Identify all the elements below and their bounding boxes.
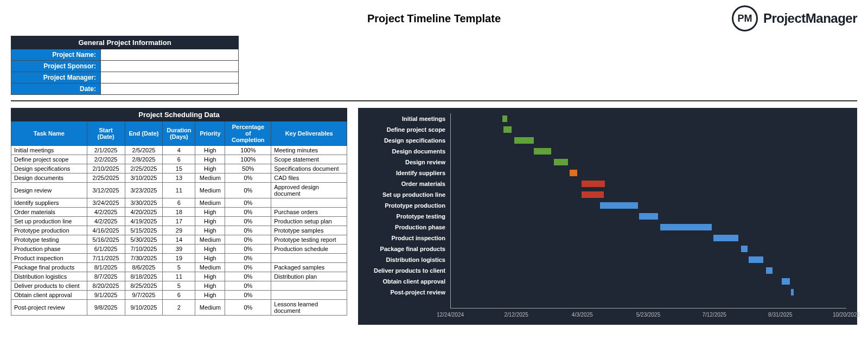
task-name-cell: Product inspection	[11, 254, 87, 263]
table-row[interactable]: Initial meetings2/1/20252/5/20254High100…	[11, 146, 347, 155]
gantt-xtick: 2/12/2025	[504, 312, 528, 318]
gantt-bar	[713, 235, 738, 241]
pct-cell: 0%	[225, 183, 271, 198]
start-date-cell: 8/1/2025	[87, 263, 125, 272]
task-name-cell: Package final products	[11, 263, 87, 272]
duration-cell: 19	[163, 254, 195, 263]
pct-cell: 0%	[225, 254, 271, 263]
duration-cell: 11	[163, 272, 195, 281]
start-date-cell: 5/16/2025	[87, 235, 125, 245]
start-date-cell: 3/24/2025	[87, 198, 125, 208]
task-name-cell: Production phase	[11, 245, 87, 254]
gantt-task-label: Set up production line	[359, 191, 445, 198]
deliverable-cell	[271, 254, 347, 263]
priority-cell: High	[195, 155, 225, 164]
pct-cell: 100%	[225, 155, 271, 164]
gantt-bar	[766, 267, 773, 274]
pct-cell: 0%	[225, 291, 271, 300]
table-row[interactable]: Order materials4/2/20254/20/202518High0%…	[11, 208, 347, 217]
pct-cell: 0%	[225, 300, 271, 316]
end-date-cell: 2/5/2025	[125, 146, 163, 155]
brand-logo-icon: PM	[732, 5, 758, 31]
gantt-xtick: 12/24/2024	[437, 312, 464, 318]
table-row[interactable]: Design specifications2/10/20252/25/20251…	[11, 164, 347, 174]
duration-cell: 6	[163, 198, 195, 208]
schedule-col-header: Duration (Days)	[163, 121, 195, 146]
table-row[interactable]: Prototype production4/16/20255/15/202529…	[11, 226, 347, 235]
start-date-cell: 8/7/2025	[87, 272, 125, 281]
table-row[interactable]: Distribution logistics8/7/20258/18/20251…	[11, 272, 347, 281]
info-value-cell[interactable]	[101, 83, 239, 95]
end-date-cell: 8/25/2025	[125, 281, 163, 291]
table-row[interactable]: Product inspection7/11/20257/30/202519Hi…	[11, 254, 347, 263]
gantt-bar	[582, 191, 604, 198]
start-date-cell: 4/2/2025	[87, 217, 125, 226]
table-row[interactable]: Design review3/12/20253/23/202511Medium0…	[11, 183, 347, 198]
priority-cell: Medium	[195, 174, 225, 183]
schedule-col-header: End (Date)	[125, 121, 163, 146]
section-divider	[11, 100, 857, 101]
gantt-bar	[600, 202, 638, 209]
pct-cell: 0%	[225, 235, 271, 245]
gantt-task-label: Design review	[359, 159, 445, 165]
info-value-cell[interactable]	[101, 49, 239, 61]
gantt-bar	[514, 137, 534, 144]
task-name-cell: Prototype testing	[11, 235, 87, 245]
start-date-cell: 6/1/2025	[87, 245, 125, 254]
priority-cell: Medium	[195, 263, 225, 272]
start-date-cell: 9/8/2025	[87, 300, 125, 316]
pct-cell: 0%	[225, 272, 271, 281]
table-row[interactable]: Identify suppliers3/24/20253/30/20256Med…	[11, 198, 347, 208]
gantt-xtick: 8/31/2025	[768, 312, 793, 318]
table-row[interactable]: Production phase6/1/20257/10/202539High0…	[11, 245, 347, 254]
gantt-task-label: Design specifications	[359, 137, 445, 144]
gantt-bar	[791, 289, 794, 295]
info-value-cell[interactable]	[101, 61, 239, 72]
end-date-cell: 9/7/2025	[125, 291, 163, 300]
table-row[interactable]: Set up production line4/2/20254/19/20251…	[11, 217, 347, 226]
table-row[interactable]: Define project scope2/2/20252/8/20256Hig…	[11, 155, 347, 164]
task-name-cell: Identify suppliers	[11, 198, 87, 208]
table-row[interactable]: Deliver products to client8/20/20258/25/…	[11, 281, 347, 291]
gantt-bar	[503, 126, 512, 133]
info-label: Project Sponsor:	[11, 61, 101, 72]
schedule-header: Project Scheduling Data	[11, 108, 347, 121]
gantt-task-label: Post-project review	[359, 289, 445, 295]
duration-cell: 4	[163, 146, 195, 155]
deliverable-cell: Production setup plan	[271, 217, 347, 226]
gantt-xtick: 7/12/2025	[702, 312, 726, 318]
priority-cell: Medium	[195, 235, 225, 245]
deliverable-cell: Specifications document	[271, 164, 347, 174]
brand-logo: PM ProjectManager	[732, 5, 857, 31]
start-date-cell: 9/1/2025	[87, 291, 125, 300]
gantt-task-label: Order materials	[359, 181, 445, 187]
deliverable-cell: Production schedule	[271, 245, 347, 254]
schedule-col-header: Priority	[195, 121, 225, 146]
task-name-cell: Design documents	[11, 174, 87, 183]
end-date-cell: 5/15/2025	[125, 226, 163, 235]
deliverable-cell: Prototype testing report	[271, 235, 347, 245]
priority-cell: High	[195, 291, 225, 300]
general-info-table: General Project Information Project Name…	[11, 36, 239, 95]
end-date-cell: 3/10/2025	[125, 174, 163, 183]
table-row[interactable]: Package final products8/1/20258/6/20255M…	[11, 263, 347, 272]
gantt-xtick: 10/20/2025	[833, 312, 860, 318]
end-date-cell: 7/30/2025	[125, 254, 163, 263]
pct-cell: 0%	[225, 245, 271, 254]
priority-cell: Medium	[195, 198, 225, 208]
duration-cell: 15	[163, 164, 195, 174]
table-row[interactable]: Post-project review9/8/20259/10/20252Med…	[11, 300, 347, 316]
gantt-xtick: 4/3/2025	[572, 312, 593, 318]
start-date-cell: 2/25/2025	[87, 174, 125, 183]
deliverable-cell: Meeting minutes	[271, 146, 347, 155]
gantt-bar	[502, 115, 508, 122]
table-row[interactable]: Obtain client approval9/1/20259/7/20256H…	[11, 291, 347, 300]
table-row[interactable]: Prototype testing5/16/20255/30/202514Med…	[11, 235, 347, 245]
info-value-cell[interactable]	[101, 72, 239, 83]
gantt-bar	[741, 246, 748, 252]
start-date-cell: 7/11/2025	[87, 254, 125, 263]
table-row[interactable]: Design documents2/25/20253/10/202513Medi…	[11, 174, 347, 183]
task-name-cell: Post-project review	[11, 300, 87, 316]
schedule-col-header: Percentage of Completion	[225, 121, 271, 146]
duration-cell: 11	[163, 183, 195, 198]
